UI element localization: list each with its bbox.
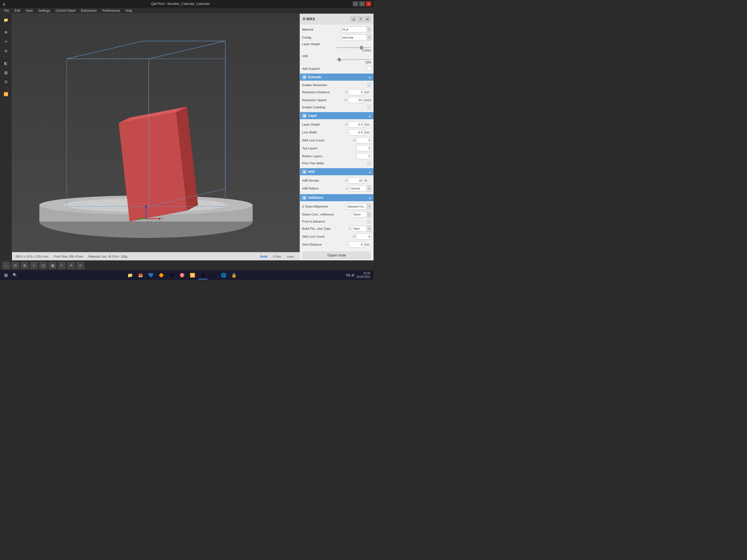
retraction-speed-reset[interactable]: ↺ (343, 98, 347, 102)
wall-line-count-reset[interactable]: ↺ (352, 138, 356, 142)
additions-section-header[interactable]: ⊕ Additions ▲ (300, 194, 374, 201)
maximize-button[interactable]: □ (359, 1, 365, 6)
additions-collapse[interactable]: ▲ (368, 196, 371, 199)
config-dropdown[interactable]: best pla ▾ (341, 34, 371, 41)
wifi-tool[interactable]: 📶 (1, 90, 11, 98)
minimize-button[interactable]: ─ (353, 1, 358, 6)
infill-slider[interactable]: 10% (302, 59, 371, 64)
taskbar-app9[interactable]: 🌐 (219, 271, 229, 279)
menu-extensions[interactable]: Extensions (78, 8, 100, 13)
taskbar-app3[interactable]: 💙 (146, 271, 156, 279)
expert-mode-button[interactable]: Expert mode (303, 252, 371, 259)
seam-corn-dropdown[interactable]: None ▾ (352, 211, 371, 218)
view-tool[interactable]: ◧ (1, 59, 11, 67)
select-btn[interactable]: ↖ (58, 262, 66, 269)
enable-coasting-checkbox[interactable]: ✓ (367, 105, 371, 109)
infill-pattern-dropdown[interactable]: Gyroid ▾ (350, 185, 371, 192)
line-width-input[interactable] (349, 129, 364, 135)
search-button[interactable]: 🔍 (11, 271, 19, 279)
layers-btn[interactable]: ▦ (49, 262, 56, 269)
enable-retraction-checkbox[interactable]: ✓ (367, 83, 371, 87)
infill-pattern-reset[interactable]: ↺ (345, 186, 349, 190)
close-button[interactable]: ✕ (366, 1, 371, 6)
retraction-distance-reset[interactable]: ↺ (344, 90, 348, 94)
print-in-advance-row: Print In Advance ✓ (302, 219, 371, 224)
retraction-distance-input[interactable] (349, 89, 364, 95)
material-dropdown[interactable]: PLA ▾ (341, 27, 371, 32)
extruder-section-header[interactable]: ⚙ Extruder ▲ (300, 74, 374, 81)
zoom-fit-btn[interactable]: ⊞ (21, 262, 28, 269)
taskbar-app5[interactable]: ⚙ (167, 271, 177, 279)
wall-line-count-input[interactable] (356, 137, 371, 143)
viewport[interactable]: + - 280.0 x 10.6 x 120.0 mm Print Time: … (12, 14, 300, 260)
wall-line-count-row: Wall Line Count ↺ (302, 137, 371, 144)
layer-height-slider[interactable]: 0.3mm (302, 47, 371, 52)
clock-time: 20:33 (357, 272, 370, 275)
print-thin-walls-checkbox[interactable]: ✓ (367, 161, 371, 166)
view-layer-button[interactable]: Layer (284, 254, 297, 259)
rotate-tool[interactable]: ✦ (1, 37, 11, 46)
skirt-line-count-input[interactable] (356, 233, 371, 239)
retraction-speed-input[interactable] (348, 97, 363, 103)
skirt-line-count-reset[interactable]: ↺ (352, 235, 356, 238)
skirt-distance-row: Skirt Distance mm (302, 241, 371, 248)
taskbar-qidi[interactable]: 🖨 (198, 271, 208, 279)
build-plasion-dropdown[interactable]: Skirt ▾ (352, 226, 371, 232)
view-front-btn[interactable]: □ (30, 262, 38, 269)
scale-tool[interactable]: ⊕ (1, 47, 11, 55)
taskbar-app6[interactable]: 🎯 (177, 271, 187, 279)
menu-settings[interactable]: Settings (35, 8, 53, 13)
start-button[interactable]: ⊞ (1, 271, 10, 279)
infill-section-header[interactable]: ◈ Infill ▲ (300, 168, 374, 175)
move-tool[interactable]: ✥ (1, 28, 11, 36)
menu-edit[interactable]: Edit (12, 8, 23, 13)
add-support-label: Add Support (302, 67, 367, 70)
z-seam-dropdown[interactable]: Sharpest Cor... ▾ (346, 203, 371, 209)
config-value: best pla (341, 36, 367, 39)
printer-icon-btn[interactable]: 🖨 (351, 16, 357, 22)
menu-preferences[interactable]: Preferences (100, 8, 123, 13)
infill-density-input[interactable] (349, 177, 364, 183)
layer-section-header[interactable]: ▤ Layer ▲ (300, 112, 374, 119)
taskbar-git[interactable]: 🔀 (187, 271, 198, 279)
delete-btn[interactable]: ✕ (67, 262, 75, 269)
taskbar-app10[interactable]: 🔒 (229, 271, 239, 279)
bottom-layers-input[interactable] (356, 153, 371, 159)
taskbar-blender[interactable]: 🔶 (156, 271, 166, 279)
grid-tool[interactable]: ⊞ (1, 78, 11, 86)
menu-file[interactable]: File (1, 8, 12, 13)
layer-collapse[interactable]: ▲ (368, 114, 371, 117)
material-cost-label: Material Cost: 45.57m / 136g (88, 255, 127, 258)
infill-pattern-arrow: ▾ (367, 186, 371, 191)
enable-retraction-label: Enable Retraction (302, 83, 367, 87)
forward-button[interactable]: ⏭ (365, 16, 371, 22)
build-plasion-arrow: ▾ (367, 226, 371, 231)
layer-height-input[interactable] (349, 121, 364, 127)
build-plasion-value: Skirt (353, 227, 367, 230)
view-side-btn[interactable]: ◫ (40, 262, 47, 269)
menu-view[interactable]: View (23, 8, 35, 13)
extruder-collapse[interactable]: ▲ (368, 76, 371, 79)
build-plasion-reset[interactable]: ↺ (347, 227, 351, 230)
open-folder-tool[interactable]: 📁 (1, 16, 11, 24)
group-btn[interactable]: ⊙ (77, 262, 84, 269)
layer-height-reset[interactable]: ↺ (344, 123, 348, 126)
menu-help[interactable]: Help (123, 8, 135, 13)
taskbar-3d[interactable]: ⬡ (208, 271, 218, 279)
taskbar-explorer[interactable]: 📁 (125, 271, 135, 279)
top-layers-input[interactable] (356, 145, 371, 151)
center-tool-btn[interactable]: ⊡ (11, 262, 19, 269)
layers-tool[interactable]: ▦ (1, 68, 11, 77)
view-solid-button[interactable]: Solid (258, 254, 269, 259)
infill-density-reset[interactable]: ↺ (344, 179, 348, 182)
add-support-checkbox[interactable] (367, 67, 371, 71)
wall-line-count-control: ↺ (352, 137, 371, 143)
view-xray-button[interactable]: X-Ray (271, 254, 284, 259)
infill-collapse[interactable]: ▲ (368, 170, 371, 173)
print-in-advance-checkbox[interactable]: ✓ (367, 219, 371, 224)
skirt-distance-input[interactable] (349, 241, 364, 248)
taskbar-firefox[interactable]: 🦊 (136, 271, 146, 279)
x-button[interactable]: X (358, 16, 364, 22)
home-tool-btn[interactable]: ⌂ (2, 262, 10, 269)
menu-control-panel[interactable]: Control Panel (53, 8, 78, 13)
